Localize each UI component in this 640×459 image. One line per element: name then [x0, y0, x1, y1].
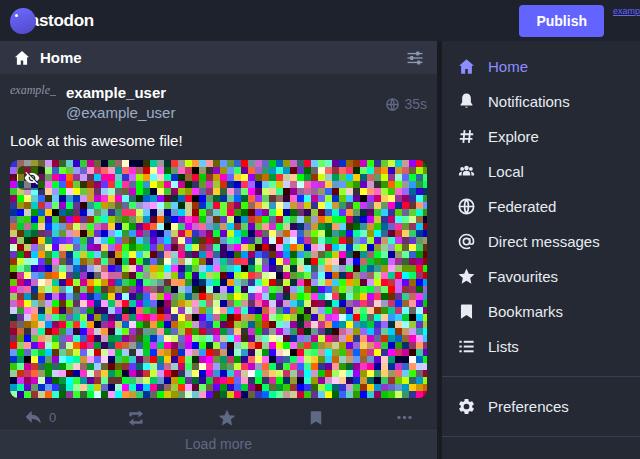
- boost-button[interactable]: [126, 408, 146, 428]
- status-meta[interactable]: 35s: [385, 83, 427, 123]
- bookmark-icon: [307, 409, 325, 427]
- account-handle: @example_user: [66, 104, 385, 121]
- globe-visibility-icon: [385, 97, 400, 112]
- sidebar-item-direct-messages[interactable]: Direct messages: [442, 224, 640, 259]
- noise-image: [10, 160, 427, 398]
- reply-count: 0: [49, 410, 56, 425]
- column-title: Home: [40, 49, 82, 66]
- display-name: example_user: [66, 84, 385, 101]
- sidebar-item-label: Home: [488, 58, 528, 75]
- sidebar-item-local[interactable]: Local: [442, 154, 640, 189]
- globe-icon: [457, 197, 476, 216]
- hash-icon: [457, 127, 476, 146]
- status-content: Look at this awesome file!: [10, 131, 427, 151]
- bell-icon: [457, 92, 476, 111]
- star-icon: [457, 267, 476, 286]
- sliders-icon: [406, 49, 424, 67]
- avatar-alt-text: example_user: [10, 83, 56, 97]
- sidebar-item-notifications[interactable]: Notifications: [442, 84, 640, 119]
- column-header-home[interactable]: Home: [0, 41, 437, 74]
- sidebar-divider: [442, 376, 640, 377]
- status-header: example_user example_user @example_user …: [10, 83, 427, 123]
- navigation-panel: Home Notifications Explore Local Federat…: [442, 41, 640, 459]
- avatar[interactable]: example_user: [10, 83, 56, 123]
- sidebar-item-federated[interactable]: Federated: [442, 189, 640, 224]
- sidebar-item-label: Local: [488, 163, 524, 180]
- timestamp: 35s: [404, 96, 427, 112]
- load-more-button[interactable]: Load more: [0, 428, 437, 459]
- gear-icon: [457, 397, 476, 416]
- bookmark-button[interactable]: [307, 409, 325, 427]
- sidebar-divider: [442, 436, 640, 437]
- sidebar-item-label: Direct messages: [488, 233, 600, 250]
- mastodon-logo[interactable]: mastodon: [10, 8, 94, 34]
- mastodon-app: mastodon Publish example Home example_us…: [0, 0, 640, 459]
- sidebar-item-lists[interactable]: Lists: [442, 329, 640, 364]
- media-attachment[interactable]: [10, 160, 427, 398]
- ellipsis-icon: [395, 408, 414, 427]
- mastodon-logo-icon: [10, 8, 36, 34]
- reply-icon: [24, 408, 43, 427]
- sidebar-item-label: Explore: [488, 128, 539, 145]
- more-button[interactable]: [395, 408, 414, 427]
- hide-media-button[interactable]: [18, 166, 45, 190]
- sidebar-item-label: Preferences: [488, 398, 569, 415]
- bookmark-icon: [457, 302, 476, 321]
- favourite-button[interactable]: [217, 408, 237, 428]
- home-icon: [13, 49, 31, 67]
- sidebar-item-preferences[interactable]: Preferences: [442, 389, 640, 424]
- columns-area: Home example_user example_user @example_…: [0, 41, 640, 459]
- home-icon: [457, 57, 476, 76]
- sidebar-item-about[interactable]: About: [442, 449, 640, 459]
- status-post: example_user example_user @example_user …: [0, 74, 437, 428]
- boost-icon: [126, 408, 146, 428]
- sidebar-item-label: Favourites: [488, 268, 558, 285]
- list-icon: [457, 337, 476, 356]
- sidebar-item-label: Notifications: [488, 93, 570, 110]
- home-column: Home example_user example_user @example_…: [0, 41, 437, 459]
- star-icon: [217, 408, 237, 428]
- account-names[interactable]: example_user @example_user: [66, 83, 385, 123]
- sidebar-item-bookmarks[interactable]: Bookmarks: [442, 294, 640, 329]
- sidebar-item-home[interactable]: Home: [442, 49, 640, 84]
- sidebar-item-label: Federated: [488, 198, 556, 215]
- top-bar: mastodon Publish example: [0, 0, 640, 41]
- sidebar-item-label: Bookmarks: [488, 303, 563, 320]
- corner-link[interactable]: example: [613, 6, 640, 16]
- users-icon: [457, 162, 476, 181]
- at-icon: [457, 232, 476, 251]
- sidebar-item-label: Lists: [488, 338, 519, 355]
- column-settings-button[interactable]: [406, 49, 424, 67]
- reply-button[interactable]: 0: [24, 408, 56, 427]
- topbar-actions: Publish example: [519, 0, 640, 41]
- eye-off-icon: [24, 170, 40, 186]
- publish-button[interactable]: Publish: [519, 5, 604, 37]
- sidebar-item-explore[interactable]: Explore: [442, 119, 640, 154]
- sidebar-item-favourites[interactable]: Favourites: [442, 259, 640, 294]
- status-action-bar: 0: [10, 398, 427, 428]
